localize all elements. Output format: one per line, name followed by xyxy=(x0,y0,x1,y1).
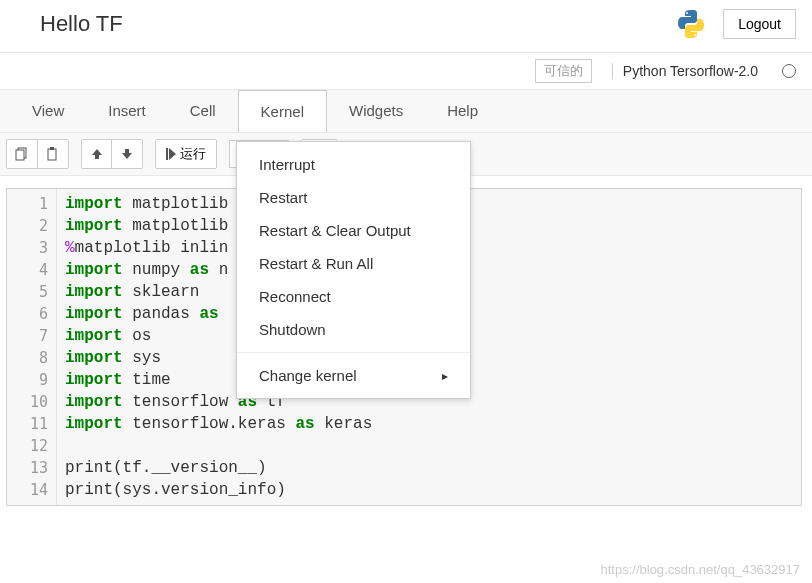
svg-rect-1 xyxy=(16,150,24,160)
menu-view[interactable]: View xyxy=(10,90,86,132)
svg-rect-2 xyxy=(48,149,56,160)
menu-widgets[interactable]: Widgets xyxy=(327,90,425,132)
menu-kernel[interactable]: Kernel xyxy=(238,90,327,132)
kernel-name: Python Tersorflow-2.0 xyxy=(612,63,758,79)
notebook-title[interactable]: Hello TF xyxy=(40,11,675,37)
header: Hello TF Logout xyxy=(0,0,812,53)
svg-rect-4 xyxy=(166,148,168,160)
dropdown-reconnect[interactable]: Reconnect xyxy=(237,280,470,313)
move-down-button[interactable] xyxy=(112,140,142,168)
run-label: 运行 xyxy=(180,145,206,163)
kernel-status-icon xyxy=(782,64,796,78)
menu-cell[interactable]: Cell xyxy=(168,90,238,132)
paste-button[interactable] xyxy=(38,140,68,168)
menubar: ViewInsertCellKernelWidgetsHelp xyxy=(0,89,812,133)
kernel-row: 可信的 Python Tersorflow-2.0 xyxy=(0,53,812,89)
python-logo-icon xyxy=(675,8,707,40)
menu-help[interactable]: Help xyxy=(425,90,500,132)
line-gutter: 1234567891011121314 xyxy=(7,189,57,505)
dropdown-change-kernel[interactable]: Change kernel xyxy=(237,359,470,392)
run-icon xyxy=(166,148,176,160)
move-up-button[interactable] xyxy=(82,140,112,168)
kernel-dropdown: InterruptRestartRestart & Clear OutputRe… xyxy=(236,141,471,399)
run-button[interactable]: 运行 xyxy=(156,140,216,168)
copy-button[interactable] xyxy=(7,140,38,168)
dropdown-interrupt[interactable]: Interrupt xyxy=(237,148,470,181)
svg-rect-3 xyxy=(50,147,54,150)
dropdown-restart-run-all[interactable]: Restart & Run All xyxy=(237,247,470,280)
dropdown-restart-clear-output[interactable]: Restart & Clear Output xyxy=(237,214,470,247)
watermark: https://blog.csdn.net/qq_43632917 xyxy=(601,562,801,577)
trusted-badge[interactable]: 可信的 xyxy=(535,59,592,83)
dropdown-shutdown[interactable]: Shutdown xyxy=(237,313,470,346)
menu-insert[interactable]: Insert xyxy=(86,90,168,132)
dropdown-restart[interactable]: Restart xyxy=(237,181,470,214)
logout-button[interactable]: Logout xyxy=(723,9,796,39)
